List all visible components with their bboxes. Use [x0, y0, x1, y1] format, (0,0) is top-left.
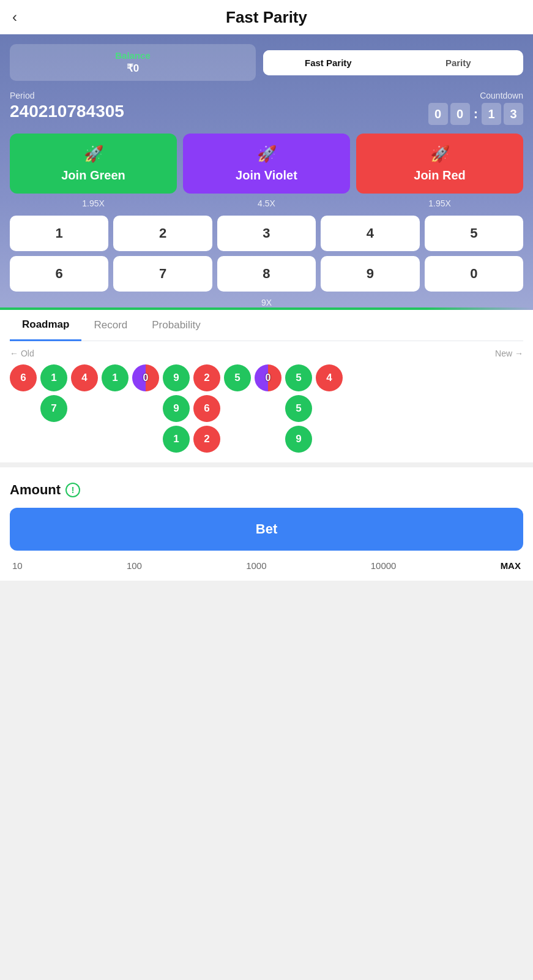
digit-1: 0 — [450, 103, 470, 125]
tab-parity[interactable]: Parity — [393, 50, 523, 75]
quick-amounts: 10 100 1000 10000 MAX — [10, 560, 523, 571]
circle-6-0: 2 — [193, 364, 220, 391]
mode-tabs: Fast Parity Parity — [263, 50, 523, 75]
header: ‹ Fast Parity — [0, 0, 533, 34]
num-btn-6[interactable]: 6 — [10, 256, 108, 292]
period-label: Period — [10, 91, 124, 100]
new-label: New → — [495, 349, 523, 358]
road-col-2: 4 — [71, 364, 98, 391]
circle-9-0: 5 — [285, 364, 312, 391]
tab-fast-parity[interactable]: Fast Parity — [263, 50, 393, 75]
old-new-row: ← Old New → — [10, 349, 523, 358]
num-btn-3[interactable]: 3 — [217, 216, 316, 251]
roadmap-grid: 6 1 7 4 1 0 9 9 1 2 6 2 — [10, 364, 523, 453]
join-violet-label: Join Violet — [236, 168, 297, 183]
roadmap-section: Roadmap Record Probability ← Old New → 6… — [0, 310, 533, 462]
num-btn-4[interactable]: 4 — [321, 216, 419, 251]
digit-0: 0 — [428, 103, 448, 125]
balance-label: Balance — [24, 50, 241, 61]
digit-3: 3 — [504, 103, 523, 125]
road-col-10: 4 — [316, 364, 343, 391]
top-section: Balance ₹0 Fast Parity Parity Period 240… — [0, 34, 533, 310]
num-btn-8[interactable]: 8 — [217, 256, 316, 292]
balance-box: Balance ₹0 — [10, 44, 256, 81]
rocket-icon-green: 🚀 — [84, 145, 103, 164]
circle-8-0: 0 — [255, 364, 281, 391]
circle-6-2: 2 — [193, 426, 220, 453]
countdown-digits: 0 0 : 1 3 — [428, 103, 523, 125]
countdown-label: Countdown — [428, 91, 523, 100]
num-btn-5[interactable]: 5 — [425, 216, 523, 251]
circle-0-0: 6 — [10, 364, 37, 391]
join-green-label: Join Green — [61, 168, 125, 183]
number-multiplier: 9X — [10, 294, 523, 307]
red-multiplier: 1.95X — [356, 198, 523, 208]
circle-6-1: 6 — [193, 395, 220, 422]
road-col-0: 6 — [10, 364, 37, 391]
road-col-4: 0 — [132, 364, 159, 391]
circle-1-1: 7 — [40, 395, 67, 422]
circle-3-0: 1 — [102, 364, 129, 391]
amount-label: Amount — [10, 482, 61, 498]
rocket-icon-red: 🚀 — [430, 145, 450, 164]
rocket-icon-violet: 🚀 — [257, 145, 277, 164]
circle-9-2: 9 — [285, 426, 312, 453]
circle-7-0: 5 — [224, 364, 251, 391]
circle-10-0: 4 — [316, 364, 343, 391]
circle-5-1: 9 — [163, 395, 190, 422]
old-label: ← Old — [10, 349, 34, 358]
join-violet-button[interactable]: 🚀 Join Violet — [183, 134, 350, 194]
period-row: Period 240210784305 Countdown 0 0 : 1 3 — [10, 91, 523, 125]
balance-value: ₹0 — [24, 62, 241, 75]
circle-5-0: 9 — [163, 364, 190, 391]
num-btn-2[interactable]: 2 — [113, 216, 212, 251]
circle-1-0: 1 — [40, 364, 67, 391]
page-title: Fast Parity — [226, 8, 307, 27]
circle-4-0: 0 — [132, 364, 159, 391]
roadmap-tabs: Roadmap Record Probability — [10, 310, 523, 341]
violet-multiplier: 4.5X — [183, 198, 350, 208]
quick-10[interactable]: 10 — [12, 560, 23, 571]
amount-section: Amount ! Bet 10 100 1000 10000 MAX — [0, 467, 533, 581]
number-grid: 1 2 3 4 5 6 7 8 9 0 — [10, 216, 523, 292]
quick-100[interactable]: 100 — [127, 560, 142, 571]
tab-roadmap[interactable]: Roadmap — [10, 310, 81, 341]
num-btn-9[interactable]: 9 — [321, 256, 419, 292]
quick-10000[interactable]: 10000 — [371, 560, 397, 571]
circle-9-1: 5 — [285, 395, 312, 422]
bet-button[interactable]: Bet — [10, 508, 523, 551]
road-col-5: 9 9 1 — [163, 364, 190, 453]
num-btn-7[interactable]: 7 — [113, 256, 212, 292]
num-btn-1[interactable]: 1 — [10, 216, 108, 251]
road-col-3: 1 — [102, 364, 129, 391]
join-buttons: 🚀 Join Green 🚀 Join Violet 🚀 Join Red — [10, 134, 523, 194]
info-icon[interactable]: ! — [65, 483, 80, 497]
quick-1000[interactable]: 1000 — [246, 560, 266, 571]
num-btn-0[interactable]: 0 — [425, 256, 523, 292]
join-green-button[interactable]: 🚀 Join Green — [10, 134, 177, 194]
quick-max[interactable]: MAX — [501, 560, 521, 571]
circle-5-2: 1 — [163, 426, 190, 453]
road-col-6: 2 6 2 — [193, 364, 220, 453]
multiplier-row: 1.95X 4.5X 1.95X — [10, 198, 523, 208]
tab-probability[interactable]: Probability — [140, 310, 212, 341]
colon: : — [474, 106, 478, 122]
period-value: 240210784305 — [10, 102, 124, 121]
back-button[interactable]: ‹ — [12, 9, 17, 26]
period-info: Period 240210784305 — [10, 91, 124, 121]
join-red-button[interactable]: 🚀 Join Red — [356, 134, 523, 194]
road-col-8: 0 — [255, 364, 281, 391]
join-red-label: Join Red — [414, 168, 465, 183]
balance-tabs-row: Balance ₹0 Fast Parity Parity — [10, 44, 523, 81]
amount-label-row: Amount ! — [10, 482, 523, 498]
digit-2: 1 — [482, 103, 501, 125]
road-col-1: 1 7 — [40, 364, 67, 422]
road-col-9: 5 5 9 — [285, 364, 312, 453]
tab-record[interactable]: Record — [81, 310, 140, 341]
circle-2-0: 4 — [71, 364, 98, 391]
countdown-info: Countdown 0 0 : 1 3 — [428, 91, 523, 125]
green-multiplier: 1.95X — [10, 198, 177, 208]
road-col-7: 5 — [224, 364, 251, 391]
